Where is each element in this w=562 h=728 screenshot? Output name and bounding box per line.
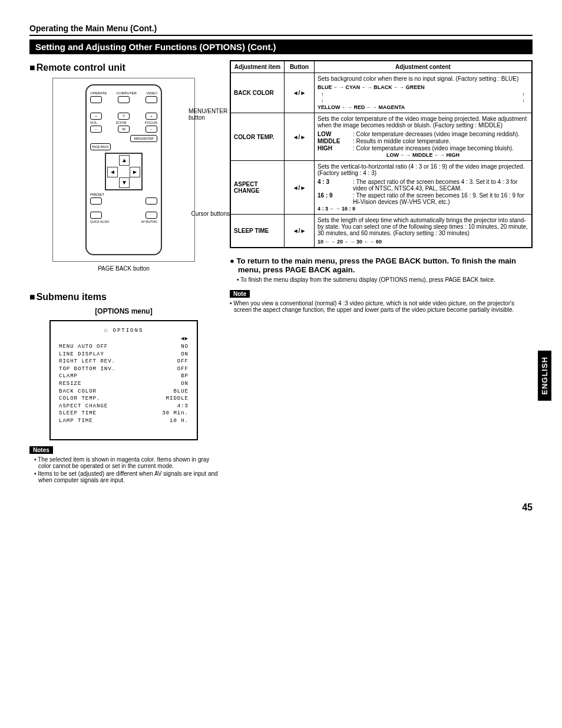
- table-row: COLOR TEMP. ◄/► Sets the color temperatu…: [230, 113, 532, 161]
- page-number: 45: [29, 502, 533, 513]
- th-content: Adjustment content: [315, 61, 533, 73]
- vol-label: VOL: [90, 121, 97, 124]
- video-button[interactable]: [146, 96, 157, 103]
- adjustment-table: Adjustment item Button Adjustment conten…: [230, 60, 533, 248]
- zoom-label: ZOOM: [116, 121, 127, 124]
- list-item: TOP BOTTOM INV.OFF: [59, 365, 189, 373]
- focus-label: FOCUS: [145, 121, 157, 124]
- list-item: ASPECT CHANGE4:3: [59, 403, 189, 410]
- quick-align-button[interactable]: [90, 212, 102, 219]
- computer-label: COMPUTER: [117, 91, 137, 95]
- av-muting-button[interactable]: [146, 212, 157, 219]
- remote-diagram: OPERATE COMPUTER VIDEO + T + VOL Z: [52, 78, 195, 262]
- menu-enter-callout: MENU/ENTER button: [189, 108, 230, 121]
- submenu-section-title: Submenu items: [29, 292, 218, 302]
- options-panel-arrows: ◄►: [59, 336, 189, 342]
- language-tab: ENGLISH: [538, 351, 551, 401]
- cursor-dpad: ▲ ▼ ◄ ►: [105, 153, 143, 190]
- focus-minus-button[interactable]: −: [146, 126, 157, 133]
- cursor-down-button[interactable]: ▼: [119, 177, 130, 188]
- note-tag: Note: [230, 290, 250, 298]
- th-item: Adjustment item: [230, 61, 285, 73]
- adj-content: Sets the color temperature of the video …: [315, 113, 533, 161]
- page-back-button[interactable]: PAGE BACK: [90, 143, 111, 150]
- notes-tag: Notes: [29, 446, 53, 454]
- list-item: RIGHT LEFT REV.OFF: [59, 358, 189, 365]
- vol-minus-button[interactable]: −: [90, 126, 102, 133]
- remote-section-title: Remote control unit: [29, 62, 218, 73]
- cursor-up-button[interactable]: ▲: [119, 155, 130, 166]
- cursor-right-button[interactable]: ►: [130, 167, 140, 177]
- left-right-icon: ◄/►: [293, 228, 306, 234]
- list-item: LINE DISPLAYON: [59, 351, 189, 358]
- table-row: SLEEP TIME ◄/► Sets the length of sleep …: [230, 215, 532, 248]
- adj-item-name: COLOR TEMP.: [230, 113, 285, 161]
- table-row: ASPECT CHANGE ◄/► Sets the vertical-to-h…: [230, 161, 532, 215]
- list-item: LAMP TIME10 H.: [59, 417, 189, 425]
- adj-content: Sets background color when there is no i…: [315, 73, 533, 113]
- left-right-icon: ◄/►: [293, 185, 306, 191]
- page-back-callout: PAGE BACK button: [29, 265, 218, 272]
- note-item: Items to be set (adjusted) are different…: [34, 470, 218, 483]
- section-banner: Setting and Adjusting Other Functions (O…: [29, 39, 533, 54]
- computer-button[interactable]: [118, 96, 130, 103]
- return-instruction-sub: To finish the menu display from the subm…: [237, 276, 533, 283]
- menu-enter-button[interactable]: MENU/ENTER: [130, 135, 157, 142]
- blank-button[interactable]: [146, 197, 157, 205]
- quick-align-label: QUICK ALIGN.: [90, 220, 110, 223]
- page-title: Operating the Main Menu (Cont.): [29, 24, 533, 36]
- list-item: BACK COLORBLUE: [59, 388, 189, 396]
- adj-item-name: BACK COLOR: [230, 73, 285, 113]
- left-right-icon: ◄/►: [293, 90, 306, 96]
- zoom-t-button[interactable]: T: [118, 113, 130, 120]
- cursor-callout: Cursor buttons: [191, 210, 230, 217]
- options-panel: ☐ OPTIONS ◄► MENU AUTO OFFNO LINE DISPLA…: [49, 320, 198, 440]
- list-item: COLOR TEMP.MIDDLE: [59, 395, 189, 403]
- adj-content: Sets the length of sleep time which auto…: [315, 215, 533, 248]
- table-row: BACK COLOR ◄/► Sets background color whe…: [230, 73, 532, 113]
- preset-button[interactable]: [90, 197, 102, 205]
- note-item: The selected item is shown in magenta co…: [34, 456, 218, 469]
- operate-label: OPERATE: [90, 91, 107, 95]
- adj-item-name: ASPECT CHANGE: [230, 161, 285, 215]
- av-muting-label: AV MUTING: [141, 220, 157, 223]
- vol-plus-button[interactable]: +: [90, 113, 102, 120]
- adj-item-name: SLEEP TIME: [230, 215, 285, 248]
- list-item: CLAMPBP: [59, 373, 189, 380]
- zoom-w-button[interactable]: W: [118, 126, 130, 133]
- left-notes-list: The selected item is shown in magenta co…: [34, 456, 218, 483]
- video-label: VIDEO: [146, 91, 157, 95]
- adj-content: Sets the vertical-to-horizontal ratio (4…: [315, 161, 533, 215]
- list-item: RESIZEON: [59, 380, 189, 388]
- list-item: SLEEP TIME30 Min.: [59, 410, 189, 417]
- cursor-left-button[interactable]: ◄: [107, 167, 118, 177]
- options-panel-title: ☐ OPTIONS: [59, 327, 189, 334]
- th-button: Button: [285, 61, 315, 73]
- submenu-caption: [OPTIONS menu]: [29, 307, 218, 315]
- list-item: MENU AUTO OFFNO: [59, 343, 189, 351]
- remote-body: OPERATE COMPUTER VIDEO + T + VOL Z: [85, 84, 162, 255]
- preset-label: PRESET: [90, 193, 104, 196]
- focus-plus-button[interactable]: +: [146, 113, 157, 120]
- return-instruction-heading: To return to the main menu, press the PA…: [230, 256, 533, 274]
- operate-button[interactable]: [90, 96, 102, 103]
- right-note-text: When you view a conventional (normal) 4 …: [230, 300, 533, 313]
- left-right-icon: ◄/►: [293, 134, 306, 140]
